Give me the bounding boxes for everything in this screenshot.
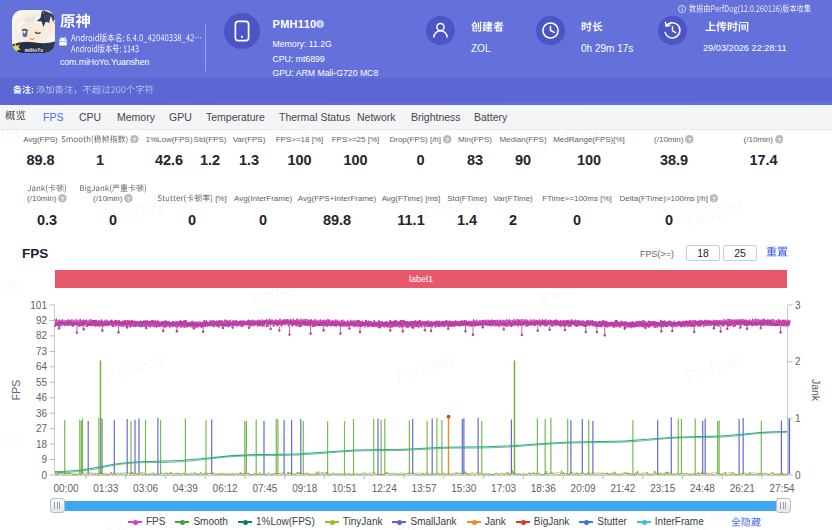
svg-text:9: 9	[41, 454, 47, 465]
svg-text:101: 101	[30, 300, 47, 311]
svg-text:21:42: 21:42	[610, 483, 635, 494]
svg-text:15:30: 15:30	[451, 483, 476, 494]
svg-text:64: 64	[36, 361, 48, 372]
svg-text:10:51: 10:51	[332, 483, 357, 494]
svg-text:36: 36	[36, 408, 48, 419]
svg-text:20:09: 20:09	[571, 483, 596, 494]
svg-text:55: 55	[36, 377, 48, 388]
svg-text:92: 92	[36, 315, 48, 326]
svg-text:0: 0	[41, 470, 47, 481]
svg-text:?: ?	[712, 195, 716, 202]
svg-text:?: ?	[61, 195, 65, 202]
svg-text:09:18: 09:18	[292, 483, 317, 494]
svg-text:1: 1	[795, 413, 801, 424]
svg-text:27: 27	[36, 423, 48, 434]
svg-text:?: ?	[133, 135, 137, 142]
svg-text:13:57: 13:57	[411, 483, 436, 494]
svg-text:26:21: 26:21	[730, 483, 755, 494]
svg-text:73: 73	[36, 346, 48, 357]
svg-text:46: 46	[36, 392, 48, 403]
svg-text:miHoYo: miHoYo	[25, 48, 43, 53]
svg-text:?: ?	[688, 136, 692, 143]
svg-text:18:36: 18:36	[531, 483, 556, 494]
svg-text:01:33: 01:33	[93, 483, 118, 494]
svg-text:03:06: 03:06	[133, 483, 158, 494]
svg-text:82: 82	[36, 330, 48, 341]
svg-text:18: 18	[36, 439, 48, 450]
svg-text:07:45: 07:45	[252, 483, 277, 494]
svg-text:24:48: 24:48	[690, 483, 715, 494]
svg-text:FPS: FPS	[10, 380, 22, 400]
svg-text:17:03: 17:03	[491, 483, 516, 494]
svg-text:12:24: 12:24	[372, 483, 397, 494]
svg-text:23:15: 23:15	[650, 483, 675, 494]
svg-text:0: 0	[795, 470, 801, 481]
svg-text:?: ?	[127, 195, 131, 202]
svg-text:2: 2	[795, 356, 801, 367]
svg-text:?: ?	[445, 136, 449, 143]
svg-text:00:00: 00:00	[53, 483, 78, 494]
svg-text:3: 3	[795, 300, 801, 311]
svg-text:04:39: 04:39	[173, 483, 198, 494]
svg-text:Jank: Jank	[810, 379, 822, 402]
svg-text:06:12: 06:12	[213, 483, 238, 494]
svg-text:27:54: 27:54	[769, 483, 794, 494]
svg-text:?: ?	[777, 136, 781, 143]
